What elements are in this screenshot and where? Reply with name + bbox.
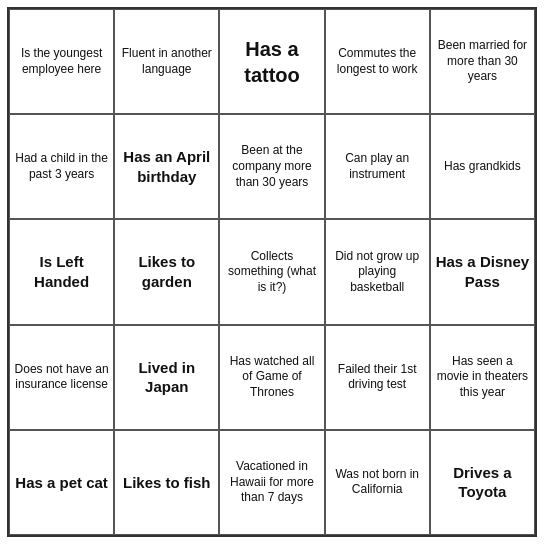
bingo-cell-9: Has grandkids	[430, 114, 535, 219]
bingo-cell-23: Was not born in California	[325, 430, 430, 535]
bingo-cell-12: Collects something (what is it?)	[219, 219, 324, 324]
bingo-cell-8: Can play an instrument	[325, 114, 430, 219]
bingo-cell-14: Has a Disney Pass	[430, 219, 535, 324]
bingo-cell-22: Vacationed in Hawaii for more than 7 day…	[219, 430, 324, 535]
bingo-cell-6: Has an April birthday	[114, 114, 219, 219]
bingo-cell-4: Been married for more than 30 years	[430, 9, 535, 114]
bingo-cell-11: Likes to garden	[114, 219, 219, 324]
bingo-cell-20: Has a pet cat	[9, 430, 114, 535]
bingo-cell-13: Did not grow up playing basketball	[325, 219, 430, 324]
bingo-cell-21: Likes to fish	[114, 430, 219, 535]
bingo-cell-2: Has a tattoo	[219, 9, 324, 114]
bingo-cell-5: Had a child in the past 3 years	[9, 114, 114, 219]
bingo-cell-10: Is Left Handed	[9, 219, 114, 324]
bingo-board: Is the youngest employee hereFluent in a…	[7, 7, 537, 537]
bingo-cell-16: Lived in Japan	[114, 325, 219, 430]
bingo-cell-7: Been at the company more than 30 years	[219, 114, 324, 219]
bingo-cell-1: Fluent in another language	[114, 9, 219, 114]
bingo-cell-24: Drives a Toyota	[430, 430, 535, 535]
bingo-cell-0: Is the youngest employee here	[9, 9, 114, 114]
bingo-cell-17: Has watched all of Game of Thrones	[219, 325, 324, 430]
bingo-cell-19: Has seen a movie in theaters this year	[430, 325, 535, 430]
bingo-cell-18: Failed their 1st driving test	[325, 325, 430, 430]
bingo-cell-15: Does not have an insurance license	[9, 325, 114, 430]
bingo-cell-3: Commutes the longest to work	[325, 9, 430, 114]
